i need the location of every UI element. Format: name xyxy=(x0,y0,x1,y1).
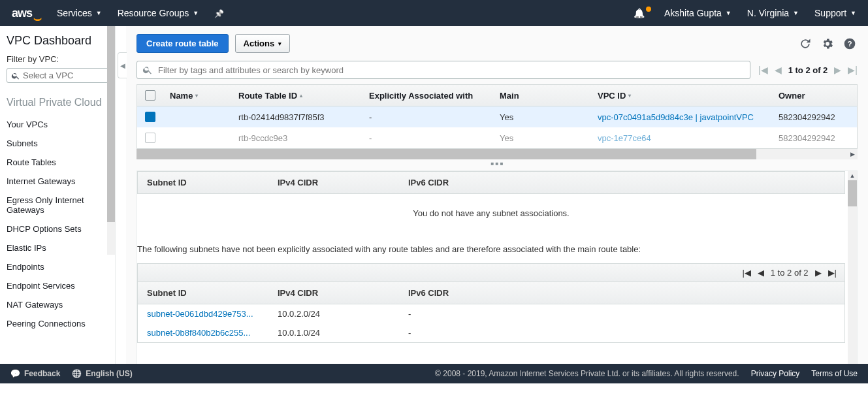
terms-of-use-link[interactable]: Terms of Use xyxy=(811,369,858,378)
vpc-selector[interactable]: Select a VPC xyxy=(7,68,108,83)
help-icon: ? xyxy=(843,37,856,50)
services-menu[interactable]: Services ▼ xyxy=(57,8,102,18)
filter-vpc-label: Filter by VPC: xyxy=(0,54,115,68)
col-vpc-id[interactable]: VPC ID▾ xyxy=(591,85,772,106)
page-prev-button[interactable]: ◀ xyxy=(775,65,782,75)
hscroll-thumb[interactable] xyxy=(137,149,756,159)
sidebar-link-internet-gateways[interactable]: Internet Gateways xyxy=(0,172,115,191)
vscroll-thumb[interactable] xyxy=(848,180,857,206)
sidebar-link-your-vpcs[interactable]: Your VPCs xyxy=(0,115,115,134)
cell-rtid: rtb-02414d9837f7f85f3 xyxy=(232,106,362,127)
collapse-sidebar-button[interactable]: ◀ xyxy=(118,52,127,78)
col-ipv4-cidr[interactable]: IPv4 CIDR xyxy=(268,172,399,193)
implicit-table-header: Subnet ID IPv4 CIDR IPv6 CIDR xyxy=(137,282,845,304)
hscroll-right-arrow[interactable]: ▶ xyxy=(847,149,858,159)
cell-vpc-link[interactable]: vpc-1e77ce64 xyxy=(591,127,772,148)
page-next-button[interactable]: ▶ xyxy=(834,65,841,75)
resource-groups-menu[interactable]: Resource Groups ▼ xyxy=(118,8,199,18)
notification-dot-icon xyxy=(646,7,651,12)
row-checkbox[interactable] xyxy=(145,133,155,143)
col-owner[interactable]: Owner xyxy=(772,85,857,106)
sort-icon: ▾ xyxy=(195,93,198,99)
actions-menu-button[interactable]: Actions ▾ xyxy=(235,34,291,53)
col-main[interactable]: Main xyxy=(493,85,591,106)
implicit-association-note: The following subnets have not been expl… xyxy=(137,233,845,263)
help-button[interactable]: ? xyxy=(842,36,858,52)
assoc-table-header: Subnet ID IPv4 CIDR IPv6 CIDR xyxy=(137,171,845,194)
route-tables-grid: Name▾ Route Table ID▴ Explicitly Associa… xyxy=(137,84,858,149)
feedback-link[interactable]: Feedback xyxy=(10,369,60,378)
sidebar-link-endpoints[interactable]: Endpoints xyxy=(0,257,115,276)
account-menu[interactable]: Akshita Gupta ▼ xyxy=(664,8,731,18)
select-all-checkbox[interactable] xyxy=(145,90,155,101)
support-menu[interactable]: Support ▼ xyxy=(814,8,856,18)
caret-down-icon: ▼ xyxy=(726,10,731,16)
cell-owner: 582304292942 xyxy=(772,106,857,127)
notifications-button[interactable] xyxy=(634,8,649,18)
col-explicitly-associated[interactable]: Explicitly Associated with xyxy=(362,85,493,106)
col-ipv6-cidr[interactable]: IPv6 CIDR xyxy=(399,282,844,304)
sidebar-link-peering[interactable]: Peering Connections xyxy=(0,314,115,333)
page-last-button[interactable]: ▶| xyxy=(828,268,837,278)
settings-button[interactable] xyxy=(820,36,835,52)
sidebar-link-endpoint-services[interactable]: Endpoint Services xyxy=(0,276,115,295)
sort-asc-icon: ▴ xyxy=(300,93,302,99)
actions-label: Actions xyxy=(244,39,275,48)
table-row[interactable]: rtb-02414d9837f7f85f3 - Yes vpc-07c0491a… xyxy=(137,106,857,127)
page-last-button[interactable]: ▶| xyxy=(848,65,858,75)
cell-ipv4: 10.0.2.0/24 xyxy=(268,304,399,323)
cell-assoc: - xyxy=(362,106,493,127)
col-subnet-id[interactable]: Subnet ID xyxy=(138,282,268,304)
aws-logo[interactable]: aws ⌣ xyxy=(12,7,41,20)
horizontal-scrollbar[interactable]: ▶ xyxy=(137,149,858,159)
table-row[interactable]: subnet-0b8f840b2b6c255... 10.0.1.0/24 - xyxy=(138,323,844,342)
pager-implicit: |◀ ◀ 1 to 2 of 2 ▶ ▶| xyxy=(137,263,845,282)
table-row[interactable]: subnet-0e061dbd429e753... 10.0.2.0/24 - xyxy=(138,304,844,323)
language-selector[interactable]: English (US) xyxy=(72,369,132,378)
caret-down-icon: ▼ xyxy=(96,10,102,16)
sidebar-link-elastic-ips[interactable]: Elastic IPs xyxy=(0,238,115,257)
sidebar-title: VPC Dashboard xyxy=(0,34,115,54)
copyright-text: © 2008 - 2019, Amazon Internet Services … xyxy=(435,369,739,378)
privacy-policy-link[interactable]: Privacy Policy xyxy=(751,369,800,378)
sidebar-scrollbar-thumb[interactable] xyxy=(107,26,115,222)
table-row[interactable]: rtb-9ccdc9e3 - Yes vpc-1e77ce64 58230429… xyxy=(137,127,857,148)
footer: Feedback English (US) © 2008 - 2019, Ama… xyxy=(0,364,868,383)
pin-button[interactable] xyxy=(214,8,224,18)
col-subnet-id[interactable]: Subnet ID xyxy=(138,172,268,193)
pager-top: |◀ ◀ 1 to 2 of 2 ▶ ▶| xyxy=(758,65,858,75)
row-checkbox[interactable] xyxy=(145,112,155,122)
page-prev-button[interactable]: ◀ xyxy=(758,268,764,278)
vertical-scrollbar[interactable]: ▲ xyxy=(848,171,857,383)
details-panel: ▲ Subnet ID IPv4 CIDR IPv6 CIDR You do n… xyxy=(137,170,858,383)
create-route-table-button[interactable]: Create route table xyxy=(137,34,229,53)
page-first-button[interactable]: |◀ xyxy=(758,65,768,75)
sidebar-link-nat-gateways[interactable]: NAT Gateways xyxy=(0,295,115,314)
resource-groups-label: Resource Groups xyxy=(118,8,189,18)
cell-vpc-link[interactable]: vpc-07c0491a5d9d84c3e | javatpointVPC xyxy=(591,106,772,127)
col-name[interactable]: Name▾ xyxy=(163,85,232,106)
page-next-button[interactable]: ▶ xyxy=(815,268,822,278)
search-icon xyxy=(11,71,20,80)
sidebar-link-dhcp-options[interactable]: DHCP Options Sets xyxy=(0,219,115,238)
vscroll-up-arrow[interactable]: ▲ xyxy=(848,171,857,180)
cell-subnet-link[interactable]: subnet-0e061dbd429e753... xyxy=(138,304,268,323)
cell-ipv4: 10.0.1.0/24 xyxy=(268,323,399,342)
filter-input[interactable] xyxy=(158,65,745,75)
sidebar-link-subnets[interactable]: Subnets xyxy=(0,134,115,153)
filter-search[interactable] xyxy=(137,61,750,79)
col-ipv6-cidr[interactable]: IPv6 CIDR xyxy=(399,172,844,193)
sidebar-link-egress-only-igw[interactable]: Egress Only Internet Gateways xyxy=(0,191,115,219)
col-route-table-id[interactable]: Route Table ID▴ xyxy=(232,85,362,106)
page-first-button[interactable]: |◀ xyxy=(742,268,750,278)
splitter-handle[interactable]: ■ ■ ■ xyxy=(126,159,868,168)
cell-subnet-link[interactable]: subnet-0b8f840b2b6c255... xyxy=(138,323,268,342)
grid-header: Name▾ Route Table ID▴ Explicitly Associa… xyxy=(137,85,857,106)
refresh-button[interactable] xyxy=(797,36,813,52)
cell-name xyxy=(163,106,232,127)
sidebar-link-route-tables[interactable]: Route Tables xyxy=(0,153,115,172)
region-menu[interactable]: N. Virginia ▼ xyxy=(747,8,799,18)
col-ipv4-cidr[interactable]: IPv4 CIDR xyxy=(268,282,399,304)
aws-logo-text: aws xyxy=(12,7,32,20)
implicit-subnets-table: subnet-0e061dbd429e753... 10.0.2.0/24 - … xyxy=(137,304,845,343)
